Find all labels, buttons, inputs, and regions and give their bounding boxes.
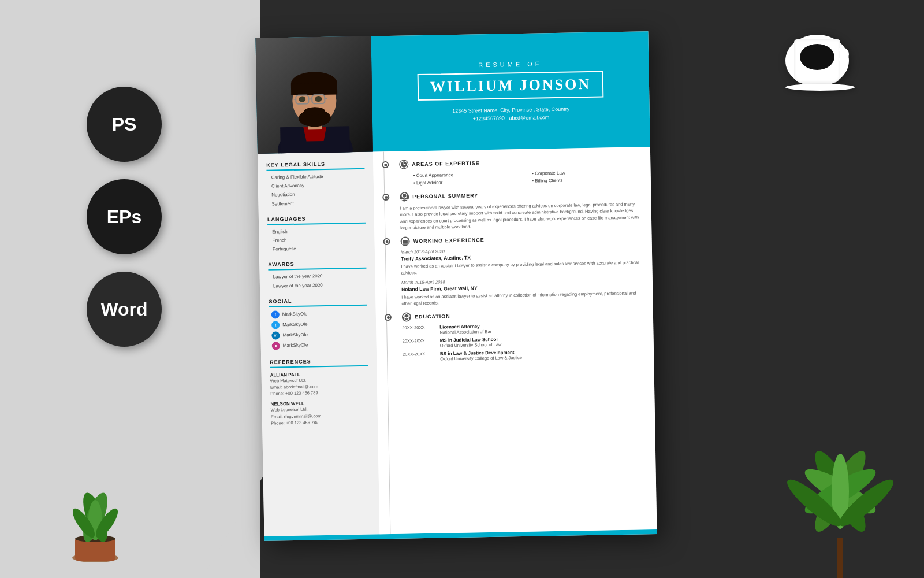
plant-left-svg — [58, 474, 133, 566]
education-section: EDUCATION 20XX-20XX Licensed Attorney Na… — [388, 308, 642, 362]
resume-right-column: AREAS OF EXPERTISE Court Appearance Corp… — [373, 147, 657, 534]
resume-left-column: KEY LEGAL SKILLS Caring & Flexible Attit… — [258, 151, 380, 536]
ref-1-phone: Phone: +00 123 456 789 — [270, 389, 368, 397]
education-header: EDUCATION — [402, 308, 642, 321]
award-2: Lawyer of the year 2020 — [269, 280, 367, 290]
coffee-cup-outer — [785, 35, 849, 87]
summary-dot — [382, 194, 389, 201]
awards-section-title: AWARDS — [268, 260, 366, 271]
expertise-icon — [399, 160, 408, 169]
edu-row-3: 20XX-20XX BS in Law & Justice Developmen… — [403, 347, 642, 362]
languages-section-title: LANGUAGES — [267, 214, 366, 225]
edu-row-2: 20XX-20XX MS in Judicial Law School Oxfo… — [403, 334, 642, 349]
summary-icon — [400, 192, 409, 201]
svg-rect-36 — [403, 239, 408, 244]
social-instagram: ● MarkSkyOle — [270, 339, 368, 351]
skill-item-4: Settlement — [267, 198, 365, 208]
resume-address-line: 12345 Street Name, City, Province , Stat… — [452, 105, 569, 123]
edu-school-1: National Association of Bar — [439, 329, 491, 335]
resume-name: WILLIUM JONSON — [430, 75, 591, 95]
experience-section: WORKING EXPERIENCE March 2018-April 2020… — [386, 232, 641, 307]
expertise-title: AREAS OF EXPERTISE — [412, 160, 480, 167]
experience-title: WORKING EXPERIENCE — [413, 237, 485, 244]
resume-photo — [255, 36, 372, 154]
edu-info-1: Licensed Attorney National Association o… — [439, 324, 491, 335]
summary-section: PERSONAL SUMMERY I am a professional law… — [385, 188, 640, 231]
work-desc-1: I have worked as an assiatnt lawyer to a… — [401, 259, 640, 276]
format-badges: PS EPs Word — [87, 87, 162, 347]
expertise-dot — [382, 161, 389, 168]
education-icon — [402, 312, 411, 321]
education-title: EDUCATION — [415, 313, 450, 320]
summary-header: PERSONAL SUMMERY — [400, 188, 639, 201]
resume-header-info: RESUME OF WILLIUM JONSON 12345 Street Na… — [371, 31, 650, 151]
skills-section-title: KEY LEGAL SKILLS — [266, 161, 364, 171]
resume-document: RESUME OF WILLIUM JONSON 12345 Street Na… — [255, 31, 657, 541]
edu-years-3: 20XX-20XX — [403, 351, 434, 362]
language-3: Portuguese — [268, 243, 366, 254]
expertise-section: AREAS OF EXPERTISE Court Appearance Corp… — [385, 155, 639, 187]
edu-years-1: 20XX-20XX — [402, 325, 434, 336]
work-desc-2: I have worked as an assiatnt lawyer to a… — [401, 290, 641, 307]
plant-right — [768, 376, 912, 578]
coffee-cup-inner — [794, 39, 840, 83]
experience-dot — [383, 238, 390, 245]
experience-header: WORKING EXPERIENCE — [400, 232, 640, 246]
references-section-title: REFERENCES — [270, 357, 368, 368]
summary-title: PERSONAL SUMMERY — [412, 192, 478, 199]
edu-school-3: Oxford University College of Law & Justi… — [440, 355, 522, 361]
svg-rect-15 — [837, 538, 843, 578]
expertise-item-2: Ligal Advisor — [413, 178, 521, 186]
expertise-item-3: Corporate Law — [532, 168, 639, 176]
experience-icon — [400, 236, 409, 246]
twitter-icon: t — [271, 321, 280, 329]
linkedin-icon: in — [271, 331, 280, 339]
badge-eps: EPs — [87, 179, 162, 254]
edu-info-2: MS in Judicial Law School Oxford Univers… — [440, 337, 502, 349]
svg-point-35 — [402, 193, 407, 198]
work-exp-1: March 2018-April 2020 Treity Associates,… — [401, 245, 641, 276]
instagram-icon: ● — [272, 342, 280, 350]
resume-of-label: RESUME OF — [478, 60, 542, 68]
coffee-saucer — [785, 84, 855, 91]
facebook-icon: f — [271, 310, 280, 318]
plant-left — [58, 474, 133, 566]
summary-text: I am a professional lawyer with several … — [400, 201, 640, 231]
expertise-item-1: Court Appearance — [413, 171, 521, 179]
education-dot — [385, 314, 392, 321]
expertise-header: AREAS OF EXPERTISE — [399, 155, 639, 169]
work-exp-2: March 2015-April 2018 Noland Law Firm, G… — [401, 276, 642, 307]
ref-2-phone: Phone: +00 123 456 789 — [271, 418, 369, 427]
person-photo-svg — [255, 36, 372, 154]
edu-info-3: BS in Law & Justice Development Oxford U… — [440, 350, 522, 361]
resume-name-box: WILLIUM JONSON — [417, 71, 603, 101]
plant-right-svg — [768, 376, 912, 578]
resume-header: RESUME OF WILLIUM JONSON 12345 Street Na… — [255, 31, 650, 154]
edu-row-1: 20XX-20XX Licensed Attorney National Ass… — [402, 321, 642, 335]
resume-body: KEY LEGAL SKILLS Caring & Flexible Attit… — [258, 147, 657, 536]
coffee-decoration — [785, 35, 855, 91]
badge-word: Word — [87, 272, 162, 347]
expertise-grid: Court Appearance Corporate Law Ligal Adv… — [400, 168, 639, 186]
coffee-handle — [839, 48, 849, 61]
expertise-item-4: Billing Clients — [532, 176, 639, 184]
edu-years-2: 20XX-20XX — [403, 338, 434, 349]
coffee-liquid — [800, 44, 834, 70]
edu-school-2: Oxford University School of Law — [440, 342, 502, 349]
social-section-title: SOCIAL — [269, 297, 367, 307]
badge-ps: PS — [87, 87, 162, 162]
